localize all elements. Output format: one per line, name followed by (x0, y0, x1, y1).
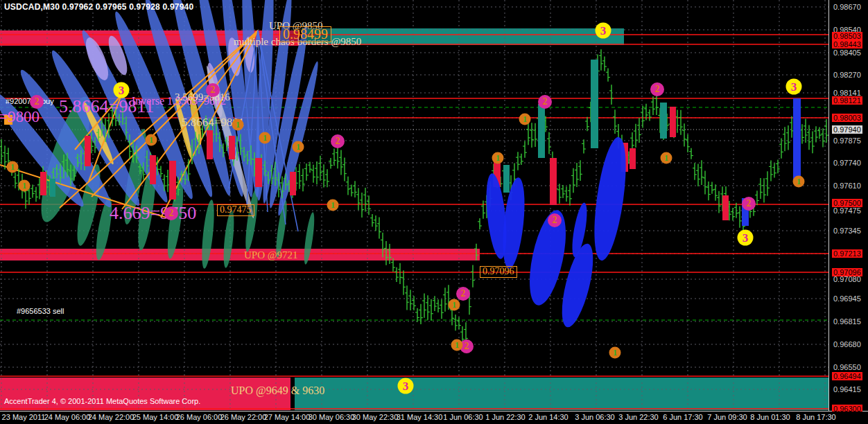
time-label: 1 Jun 22:30 (485, 413, 526, 421)
wave2-marker[interactable]: 2 (30, 95, 44, 109)
wave3-marker[interactable]: 3 (398, 378, 414, 394)
price-label-plain: 0.96415 (832, 385, 862, 394)
time-label: 30 May 22:30 (352, 413, 399, 421)
price-label-alert: 0.96494 (832, 372, 862, 380)
price-label-plain: 0.97345 (832, 227, 862, 235)
wave2-marker[interactable]: 2 (456, 287, 470, 301)
price-label-alert: 0.98121 (832, 96, 862, 105)
time-label: 26 May 06:00 (176, 413, 223, 421)
price-label-plain: 0.98670 (832, 3, 862, 11)
annotation-ratio-9750[interactable]: 4.669=9750 (110, 204, 196, 222)
chart-window: USDCAD,M30 0.97962 0.97965 0.97928 0.979… (0, 0, 868, 424)
time-label: 3 Jun 22:30 (618, 413, 659, 421)
price-label-plain: 0.97875 (832, 136, 862, 145)
time-label: 2 Jun 14:30 (528, 413, 568, 421)
wave1-marker[interactable]: 1 (293, 141, 304, 153)
annotation-upo-9649[interactable]: UPO @9649 & 9630 (231, 385, 324, 396)
annotation-level-097475[interactable]: 0.97475 (217, 204, 254, 216)
time-label: 6 Jun 17:30 (663, 413, 703, 421)
price-label-plain: 0.96815 (832, 317, 862, 326)
wave2-marker[interactable]: 2 (331, 134, 345, 148)
price-label-alert: 0.97213 (832, 249, 862, 258)
wave2-marker[interactable]: 2 (206, 83, 220, 97)
time-label: 30 May 06:30 (309, 413, 355, 421)
time-label: 23 May 2011 (2, 413, 46, 421)
wave1-marker[interactable]: 1 (146, 134, 157, 146)
wave3-marker[interactable]: 3 (786, 79, 802, 95)
wave1-marker[interactable]: 1 (19, 180, 31, 192)
wave1-marker[interactable]: 1 (259, 132, 271, 144)
annotation-copyright[interactable]: AccentTrader 4, © 2001-2011 MetaQuotes S… (4, 398, 200, 405)
price-axis[interactable]: 0.986700.985400.985030.984430.984050.982… (829, 0, 868, 410)
wave2-marker[interactable]: 2 (548, 213, 562, 227)
wave1-marker[interactable]: 1 (661, 152, 672, 164)
wave2-marker[interactable]: 2 (164, 206, 178, 220)
time-axis[interactable]: 23 May 201124 May 06:0024 May 22:0025 Ma… (0, 412, 868, 424)
time-label: 1 Jun 06:30 (443, 413, 483, 421)
price-label-plain: 0.97080 (832, 275, 862, 283)
price-label-alert: 0.98443 (832, 40, 862, 48)
annotation-level-098499[interactable]: 0.98499 (279, 26, 331, 42)
price-label-plain: 0.97610 (832, 182, 862, 190)
annotation-ratio-9811[interactable]: 5.8664=9811 (59, 98, 154, 116)
wave1-marker[interactable]: 1 (519, 114, 531, 125)
wave1-marker[interactable]: 1 (793, 176, 805, 188)
price-label-plain: 0.97475 (832, 206, 862, 215)
annotation-upo-9721[interactable]: UPO @9721 (244, 250, 298, 260)
time-label: 7 Jun 09:30 (707, 413, 747, 421)
time-label: 26 May 22:00 (220, 413, 267, 421)
annotation-ratio-9800[interactable]: =9800 (0, 109, 40, 125)
wave2-marker[interactable]: 2 (538, 95, 552, 109)
wave3-marker[interactable]: 3 (596, 23, 611, 39)
wave1-marker[interactable]: 1 (451, 339, 463, 351)
price-label-plain: 0.96550 (832, 363, 862, 371)
time-label: 3 Jun 06:30 (575, 413, 615, 421)
price-label-plain: 0.97740 (832, 159, 862, 167)
wave3-marker[interactable]: 3 (114, 82, 130, 98)
wave1-marker[interactable]: 1 (232, 119, 244, 131)
annotation-order-sell[interactable]: #9656533 sell (17, 308, 64, 315)
time-label: 24 May 22:00 (88, 413, 134, 421)
time-label: 31 May 14:30 (397, 413, 443, 421)
annotation-level-097096[interactable]: 0.97096 (480, 266, 517, 278)
wave2-marker[interactable]: 2 (650, 82, 664, 96)
wave1-marker[interactable]: 1 (449, 299, 460, 311)
time-label: 24 May 06:00 (44, 413, 91, 421)
price-label-plain: 0.96945 (832, 294, 862, 303)
time-label: 25 May 14:00 (132, 413, 179, 421)
time-label: 27 May 14:00 (264, 413, 311, 421)
wave2-marker[interactable]: 2 (742, 197, 756, 211)
wave1-marker[interactable]: 1 (327, 200, 339, 211)
price-label-current: 0.97940 (832, 125, 862, 134)
chart-title: USDCAD,M30 0.97962 0.97965 0.97928 0.979… (4, 2, 193, 12)
price-label-alert: 0.98503 (832, 32, 862, 40)
time-label: 8 Jun 01:30 (750, 413, 790, 421)
price-label-plain: 0.98270 (832, 71, 862, 79)
wave3-marker[interactable]: 3 (738, 230, 754, 246)
price-label-alert: 0.98003 (832, 114, 862, 122)
time-label: 8 Jun 17:30 (796, 413, 836, 421)
annotation-ratio-9816[interactable]: 3.5699=9816 (175, 92, 230, 103)
wave1-marker[interactable]: 1 (492, 152, 504, 164)
price-label-plain: 0.96680 (832, 340, 862, 348)
wave1-marker[interactable]: 1 (7, 161, 19, 173)
wave1-marker[interactable]: 1 (609, 347, 621, 359)
price-label-plain: 0.98405 (832, 48, 862, 57)
